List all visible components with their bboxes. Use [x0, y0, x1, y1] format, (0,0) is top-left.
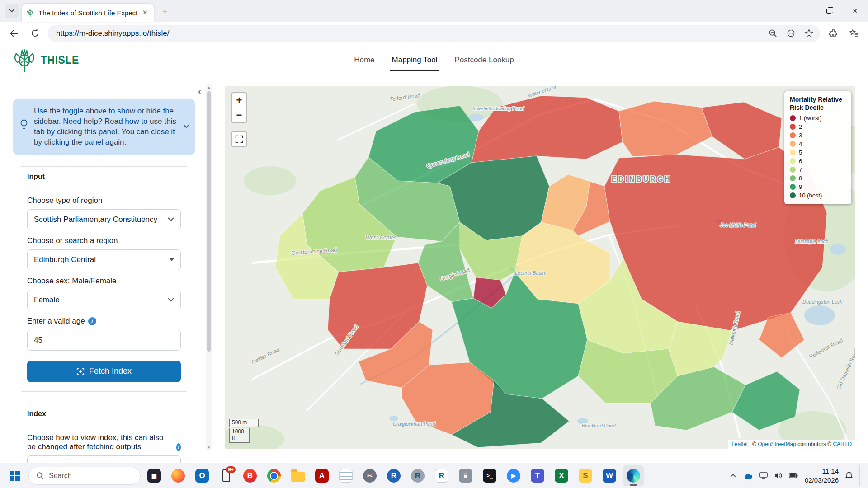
- scroll-down-icon[interactable]: ▼: [206, 446, 212, 450]
- legend-color-dot: [790, 167, 796, 173]
- rstudio-icon[interactable]: R: [383, 465, 404, 486]
- firefox-icon[interactable]: [168, 465, 189, 486]
- map-place-label: Joe Muir's Pond: [720, 222, 756, 228]
- legend-item-label: 5: [799, 149, 802, 156]
- carto-link[interactable]: CARTO: [833, 441, 852, 447]
- address-bar-more-icon[interactable]: [783, 26, 798, 41]
- app-logo[interactable]: THISLE: [13, 48, 79, 72]
- display-icon[interactable]: [760, 472, 768, 479]
- tab-search-button[interactable]: [5, 4, 19, 18]
- map-place-label: Peffermill Road: [808, 337, 844, 360]
- terminal-icon[interactable]: >_: [479, 465, 500, 486]
- nav-mapping-tool[interactable]: Mapping Tool: [392, 56, 438, 65]
- bookmark-star-icon[interactable]: [801, 26, 816, 41]
- fullscreen-icon: [235, 135, 243, 143]
- age-input[interactable]: [34, 336, 174, 345]
- leaflet-link[interactable]: Leaflet: [731, 441, 748, 447]
- phone-link-icon[interactable]: 9+: [216, 465, 236, 486]
- notification-bell-icon[interactable]: [845, 472, 853, 479]
- zoom-in-button[interactable]: +: [232, 93, 246, 108]
- back-button[interactable]: [6, 26, 22, 41]
- excel-icon[interactable]: X: [551, 465, 572, 486]
- legend-title-line2: Risk Decile: [790, 104, 846, 112]
- show-desktop-button[interactable]: [859, 465, 862, 486]
- refresh-button[interactable]: [27, 26, 42, 41]
- edge-icon[interactable]: [623, 465, 644, 486]
- taskbar-search[interactable]: Search: [28, 467, 141, 485]
- sidebar-collapse-toggle[interactable]: ‹: [198, 87, 201, 97]
- scrollbar-thumb[interactable]: [207, 91, 211, 352]
- volume-icon[interactable]: [774, 472, 782, 479]
- input-card-title: Input: [19, 167, 189, 187]
- zoom-indicator-icon[interactable]: [765, 26, 780, 41]
- tab-close-icon[interactable]: ✕: [141, 9, 149, 17]
- legend-item-label: 1 (worst): [799, 115, 822, 122]
- start-button[interactable]: [5, 465, 25, 486]
- info-icon[interactable]: i: [176, 443, 181, 451]
- browser-window: The Index of Scottish Life Expectan ✕ + …: [0, 0, 868, 488]
- new-tab-button[interactable]: +: [157, 4, 173, 19]
- address-bar[interactable]: https://m-dice.shinyapps.io/thisle/: [48, 25, 820, 42]
- leaflet-map[interactable]: EDINBURGHInverleith Boating PondWater of…: [225, 86, 855, 449]
- fetch-index-button[interactable]: Fetch Index: [27, 361, 181, 382]
- acrobat-icon[interactable]: A: [311, 465, 332, 486]
- battery-icon[interactable]: [789, 473, 798, 478]
- hidden-icons-chevron-icon[interactable]: [730, 474, 736, 478]
- file-explorer-icon[interactable]: [288, 465, 308, 486]
- map-place-label: Craiglockhart Pond: [393, 421, 435, 427]
- notepad-icon[interactable]: [335, 465, 356, 486]
- extensions-icon[interactable]: [826, 26, 841, 41]
- zoom-icon[interactable]: ▶: [503, 465, 524, 486]
- teams-icon[interactable]: T: [527, 465, 548, 486]
- map-place-label: Old Dalkeith Road: [835, 348, 855, 391]
- nav-postcode-lookup[interactable]: Postcode Lookup: [454, 56, 514, 65]
- remote-desktop-icon[interactable]: ⌸: [455, 465, 476, 486]
- map-place-label: Dunsapie Loch: [795, 239, 828, 244]
- sex-value: Female: [34, 296, 60, 305]
- r-project-icon[interactable]: R: [407, 465, 428, 486]
- help-collapse-chevron-icon[interactable]: [183, 121, 189, 131]
- snipping-tool-icon[interactable]: ✂: [359, 465, 380, 486]
- brave-icon[interactable]: B: [240, 465, 260, 486]
- region-select[interactable]: Edinburgh Central: [27, 249, 181, 270]
- search-icon: [36, 472, 44, 479]
- fullscreen-button[interactable]: [231, 131, 247, 147]
- help-panel[interactable]: Use the toggle above to show or hide the…: [13, 99, 195, 155]
- brand-name: THISLE: [41, 54, 79, 66]
- favorites-bar-icon[interactable]: [846, 26, 862, 41]
- info-icon[interactable]: i: [88, 317, 96, 325]
- onedrive-icon[interactable]: [743, 473, 753, 479]
- openstreetmap-link[interactable]: OpenStreetMap: [758, 441, 796, 447]
- word-icon[interactable]: W: [599, 465, 620, 486]
- browser-tab[interactable]: The Index of Scottish Life Expectan ✕: [22, 4, 154, 22]
- scroll-up-icon[interactable]: ▲: [206, 85, 212, 89]
- region-type-select[interactable]: Scottish Parliamentary Constituency: [27, 209, 181, 230]
- map-place-label: Blackford Pond: [582, 423, 616, 428]
- choropleth-region[interactable]: [619, 101, 712, 156]
- index-view-select[interactable]: Mortality Relative Risk: [27, 455, 181, 463]
- sticky-notes-icon[interactable]: S: [575, 465, 596, 486]
- nav-home[interactable]: Home: [354, 56, 374, 65]
- dark-app-icon[interactable]: ▦: [144, 465, 165, 486]
- window-restore-button[interactable]: [816, 0, 842, 22]
- browser-tab-strip: The Index of Scottish Life Expectan ✕ + …: [0, 0, 868, 22]
- legend-item: 3: [790, 132, 846, 139]
- map-place-label: Lochrin Basin: [515, 270, 545, 276]
- url-text[interactable]: https://m-dice.shinyapps.io/thisle/: [56, 29, 765, 38]
- outlook-icon[interactable]: O: [192, 465, 212, 486]
- refresh-icon: [31, 29, 39, 38]
- input-card: Input Choose type of region Scottish Par…: [19, 166, 189, 392]
- legend-item-label: 3: [799, 132, 802, 139]
- chrome-icon[interactable]: [264, 465, 284, 486]
- taskbar-clock[interactable]: 11:14 02/03/2026: [805, 467, 839, 484]
- window-close-button[interactable]: ✕: [842, 0, 868, 22]
- attrib-sep: | ©: [748, 441, 758, 447]
- sidebar-scrollbar[interactable]: ▲ ▼: [206, 84, 212, 451]
- window-minimize-button[interactable]: ─: [789, 0, 816, 22]
- zoom-out-button[interactable]: −: [232, 108, 246, 122]
- legend-item-label: 10 (best): [799, 192, 822, 199]
- sex-select[interactable]: Female: [27, 290, 181, 310]
- r-console-icon[interactable]: R: [431, 465, 452, 486]
- app-header: THISLE Home Mapping Tool Postcode Lookup: [0, 45, 868, 75]
- region-type-value: Scottish Parliamentary Constituency: [34, 215, 157, 224]
